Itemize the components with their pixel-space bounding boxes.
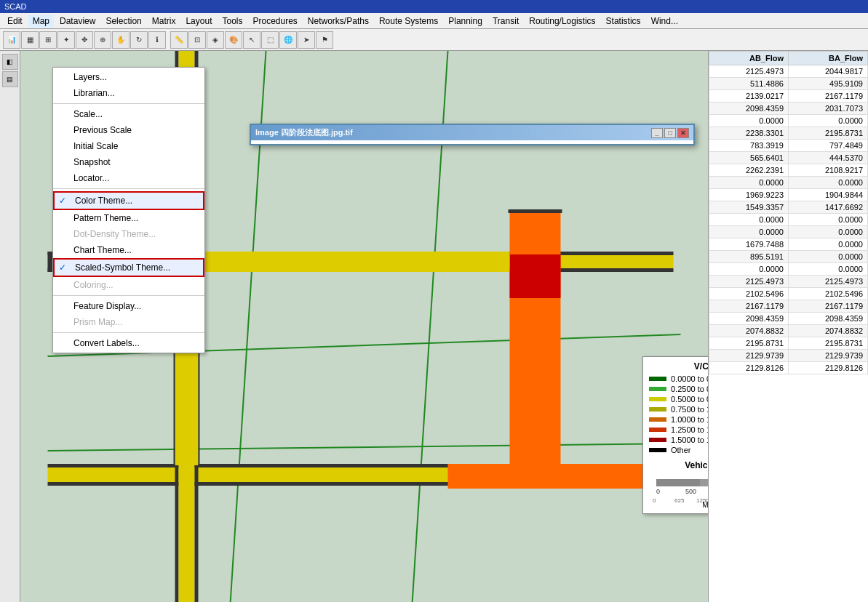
close-button[interactable]: ✕ [677,128,689,138]
toolbar-btn-flag[interactable]: ⚑ [316,31,333,49]
toolbar-btn-arrow[interactable]: ➤ [298,31,315,49]
menubar-item-transit[interactable]: Transit [488,15,523,28]
toolbar-btn-pointer[interactable]: ↖ [243,31,260,49]
table-row: 783.3919797.4849 [709,140,868,152]
checkmark-icon: ✓ [59,196,66,206]
menu-item-label-scale: Scale... [73,109,103,119]
menubar-item-edit[interactable]: Edit [3,15,27,28]
table-cell: 2102.5496 [789,288,868,300]
table-row: 2074.88322074.8832 [709,325,868,337]
menubar-item-layout[interactable]: Layout [181,15,216,28]
table-row: 2262.23912108.9217 [709,164,868,177]
toolbar-btn-pan[interactable]: ✋ [112,31,130,49]
menu-item-scaled-symbol[interactable]: ✓Scaled-Symbol Theme... [53,258,204,277]
menu-item-color-theme[interactable]: ✓Color Theme... [53,191,204,210]
toolbar-btn-grid[interactable]: ⊞ [39,31,57,49]
menubar-item-networks[interactable]: Networks/Paths [303,15,373,28]
toolbar-btn-globe[interactable]: 🌐 [279,31,297,49]
menu-item-label-layers: Layers... [73,72,107,82]
svg-rect-19 [199,252,510,272]
menu-item-prev-scale[interactable]: Previous Scale [53,122,204,138]
legend-item: 1.2500 to 1.5000 [649,425,708,434]
legend-color-swatch [649,417,666,422]
menu-item-snapshot[interactable]: Snapshot [53,154,204,170]
checkmark-icon: ✓ [59,262,66,273]
menubar-item-dataview[interactable]: Dataview [55,15,100,28]
legend-flow-title: Vehicle Flows [649,460,708,470]
table-cell: 2195.8731 [789,127,868,140]
table-row: 2098.43592031.7073 [709,103,868,115]
menubar-item-selection[interactable]: Selection [101,15,146,28]
menubar-item-planning[interactable]: Planning [444,15,487,28]
toolbar-btn-chart[interactable]: 📊 [3,31,20,49]
table-row: 0.00000.0000 [709,177,868,189]
toolbar-btn-rotate[interactable]: ↻ [130,31,148,49]
menu-item-pattern-theme[interactable]: Pattern Theme... [53,210,204,226]
table-cell: 2031.7073 [789,103,868,115]
menubar-item-statistics[interactable]: Statistics [602,15,645,28]
left-btn-2[interactable]: ▤ [2,71,18,87]
menu-item-label-convert-labels: Convert Labels... [73,338,140,348]
svg-rect-17 [510,254,561,298]
toolbar-btn-select[interactable]: ▦ [21,31,39,49]
table-row: 2129.97392129.9739 [709,350,868,362]
menu-item-label-prism-map: Prism Map... [73,317,122,327]
legend-panel: V/C Ratio 0.0000 to 0.25000.2500 to 0.50… [642,356,708,514]
map-canvas[interactable]: Layers...Librarian...Scale...Previous Sc… [20,51,708,602]
table-row: 1969.92231904.9844 [709,189,868,201]
toolbar-btn-star[interactable]: ✦ [57,31,75,49]
menu-item-convert-labels[interactable]: Convert Labels... [53,335,204,351]
menubar-item-routesystems[interactable]: Route Systems [375,15,442,28]
toolbar-btn-info[interactable]: ℹ [148,31,166,49]
menubar-item-routing[interactable]: Routing/Logistics [525,15,600,28]
table-row: 0.00000.0000 [709,214,868,226]
table-row: 2102.54962102.5496 [709,288,868,300]
table-row: 511.4886495.9109 [709,78,868,90]
menu-item-chart-theme[interactable]: Chart Theme... [53,242,204,258]
table-row: 565.6401444.5370 [709,152,868,164]
toolbar-btn-zoom[interactable]: ⊕ [94,31,111,49]
minimize-button[interactable]: _ [651,128,663,138]
toolbar-btn-move[interactable]: ✥ [76,31,93,49]
toolbar-btn-measure[interactable]: ⊡ [188,31,206,49]
table-cell: 0.0000 [709,177,789,189]
legend-item: Other [649,446,708,454]
menu-item-locator[interactable]: Locator... [53,170,204,186]
svg-rect-14 [510,211,561,487]
sub-window[interactable]: Image 四阶段法底图.jpg.tif _ □ ✕ [250,124,695,145]
legend-item-label: 1.0000 to 1.2500 [671,415,708,424]
table-cell: 2262.2391 [709,164,789,177]
table-cell: 444.5370 [789,152,868,164]
table-cell: 2098.4359 [709,103,789,115]
table-row: 2238.33012195.8731 [709,127,868,140]
menubar-item-tools[interactable]: Tools [218,15,247,28]
toolbar-btn-layers[interactable]: ◈ [207,31,224,49]
table-cell: 1549.3357 [709,201,789,214]
table-row: 2125.49732125.4973 [709,276,868,288]
table-cell: 0.0000 [709,214,789,226]
menu-item-label-pattern-theme: Pattern Theme... [73,213,138,223]
table-row: 2125.49732044.9817 [709,65,868,78]
menu-item-librarian[interactable]: Librarian... [53,85,204,101]
table-cell: 2044.9817 [789,65,868,78]
menu-item-dot-density: Dot-Density Theme... [53,226,204,242]
maximize-button[interactable]: □ [664,128,676,138]
menu-item-scale[interactable]: Scale... [53,106,204,122]
menubar-item-map[interactable]: Map [28,15,54,28]
table-cell: 2074.8832 [709,325,789,337]
menu-separator [53,332,204,333]
menubar-item-procedures[interactable]: Procedures [248,15,301,28]
menu-item-feature-display[interactable]: Feature Display... [53,298,204,314]
toolbar-btn-box-select[interactable]: ⬚ [261,31,279,49]
menubar-item-matrix[interactable]: Matrix [148,15,180,28]
left-btn-1[interactable]: ◧ [2,54,18,70]
menu-item-init-scale[interactable]: Initial Scale [53,138,204,154]
menu-item-layers[interactable]: Layers... [53,69,204,85]
toolbar-btn-paint[interactable]: 🎨 [225,31,242,49]
menubar-item-wind[interactable]: Wind... [647,15,682,28]
svg-text:0: 0 [656,488,660,495]
toolbar-btn-ruler[interactable]: 📏 [170,31,188,49]
legend-item: 0.5000 to 0.7500 [649,395,708,404]
table-row: 2129.81262129.8126 [709,362,868,374]
table-cell: 783.3919 [709,140,789,152]
